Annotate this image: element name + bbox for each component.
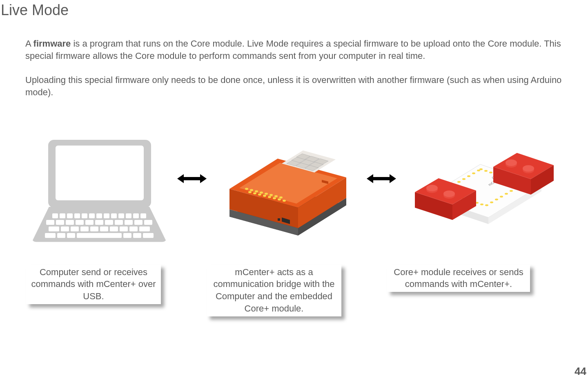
svg-rect-36 bbox=[278, 218, 280, 221]
svg-point-51 bbox=[500, 196, 503, 197]
svg-point-53 bbox=[510, 190, 513, 192]
svg-point-10 bbox=[263, 195, 266, 197]
svg-point-7 bbox=[248, 191, 252, 193]
text-prefix: A bbox=[25, 38, 33, 49]
svg-point-11 bbox=[268, 196, 271, 198]
svg-point-50 bbox=[495, 199, 498, 200]
captions-row: Computer send or receives commands with … bbox=[0, 255, 588, 316]
core-plus-module-icon: Core+ mCookie bbox=[407, 138, 554, 244]
svg-point-70 bbox=[472, 173, 475, 174]
svg-point-18 bbox=[260, 191, 263, 193]
svg-point-47 bbox=[480, 204, 483, 205]
svg-point-9 bbox=[258, 193, 261, 195]
svg-point-14 bbox=[283, 199, 286, 202]
svg-point-15 bbox=[245, 188, 248, 190]
page-number: 44 bbox=[575, 365, 586, 378]
svg-point-83 bbox=[506, 159, 517, 166]
svg-point-76 bbox=[426, 185, 438, 191]
svg-point-22 bbox=[279, 196, 283, 198]
svg-point-17 bbox=[255, 190, 258, 192]
svg-point-58 bbox=[489, 172, 492, 173]
svg-point-67 bbox=[457, 181, 461, 183]
svg-point-8 bbox=[253, 192, 256, 194]
caption-mcenter: mCenter+ acts as a communication bridge … bbox=[207, 264, 341, 316]
svg-point-20 bbox=[270, 194, 273, 196]
caption-core: Core+ module receives or sends commands … bbox=[387, 264, 530, 292]
svg-point-19 bbox=[265, 193, 268, 195]
laptop-icon bbox=[32, 138, 167, 244]
svg-point-57 bbox=[484, 170, 488, 172]
mcenter-column bbox=[217, 138, 356, 244]
core-column: Core+ mCookie bbox=[407, 138, 554, 244]
svg-point-21 bbox=[274, 195, 278, 197]
paragraph-1: A firmware is a program that runs on the… bbox=[25, 38, 564, 62]
double-arrow-icon bbox=[178, 176, 206, 182]
svg-point-49 bbox=[490, 202, 493, 203]
svg-point-16 bbox=[250, 189, 253, 191]
paragraph-2: Uploading this special firmware only nee… bbox=[25, 74, 564, 98]
svg-point-68 bbox=[462, 178, 466, 180]
svg-point-52 bbox=[505, 193, 508, 195]
svg-point-85 bbox=[523, 165, 534, 172]
svg-point-13 bbox=[278, 198, 281, 200]
computer-column bbox=[32, 138, 167, 244]
svg-point-71 bbox=[477, 170, 480, 171]
text-rest: is a program that runs on the Core modul… bbox=[25, 38, 561, 61]
body-text: A firmware is a program that runs on the… bbox=[0, 19, 588, 99]
svg-point-48 bbox=[485, 204, 488, 206]
mcenter-plus-module-icon bbox=[217, 138, 356, 244]
page-title: Live Mode bbox=[0, 0, 588, 19]
firmware-bold: firmware bbox=[33, 38, 71, 49]
caption-computer: Computer send or receives commands with … bbox=[26, 264, 161, 304]
svg-point-56 bbox=[479, 168, 483, 170]
double-arrow-icon bbox=[368, 176, 395, 182]
svg-point-12 bbox=[273, 197, 276, 199]
svg-point-69 bbox=[467, 175, 470, 177]
svg-point-78 bbox=[443, 190, 455, 197]
diagram-row: Core+ mCookie bbox=[0, 99, 588, 244]
